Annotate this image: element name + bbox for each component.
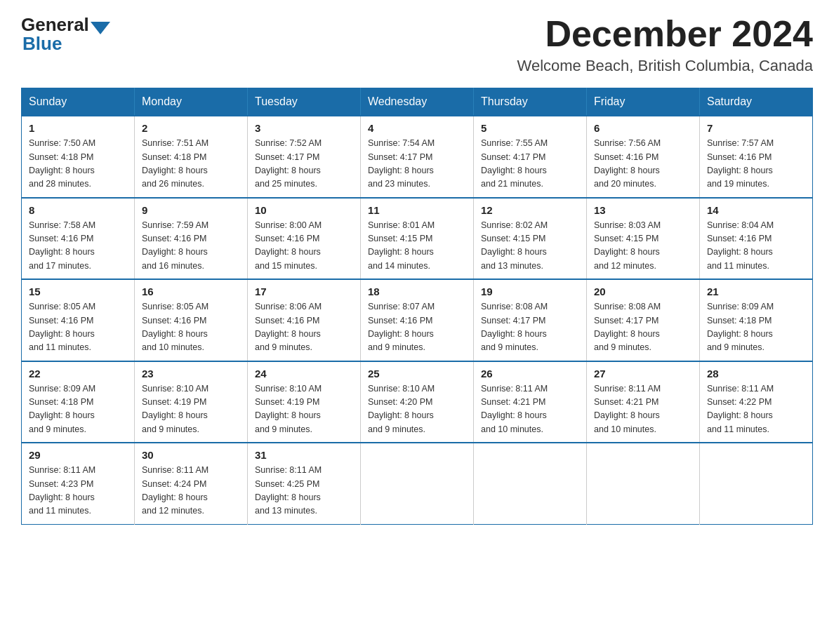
calendar-cell: 23Sunrise: 8:10 AM Sunset: 4:19 PM Dayli… [135, 361, 248, 443]
calendar-cell: 25Sunrise: 8:10 AM Sunset: 4:20 PM Dayli… [361, 361, 474, 443]
day-info: Sunrise: 8:05 AM Sunset: 4:16 PM Dayligh… [142, 300, 240, 355]
calendar-cell: 6Sunrise: 7:56 AM Sunset: 4:16 PM Daylig… [587, 116, 700, 198]
day-number: 19 [481, 286, 579, 297]
logo-blue-text: Blue [22, 33, 62, 54]
weekday-header-wednesday: Wednesday [361, 88, 474, 116]
day-info: Sunrise: 8:02 AM Sunset: 4:15 PM Dayligh… [481, 219, 579, 274]
calendar-cell: 27Sunrise: 8:11 AM Sunset: 4:21 PM Dayli… [587, 361, 700, 443]
calendar-cell: 11Sunrise: 8:01 AM Sunset: 4:15 PM Dayli… [361, 198, 474, 280]
day-info: Sunrise: 8:04 AM Sunset: 4:16 PM Dayligh… [707, 219, 805, 274]
calendar-cell: 31Sunrise: 8:11 AM Sunset: 4:25 PM Dayli… [248, 443, 361, 524]
day-info: Sunrise: 8:11 AM Sunset: 4:21 PM Dayligh… [594, 382, 692, 437]
calendar-week-row: 22Sunrise: 8:09 AM Sunset: 4:18 PM Dayli… [22, 361, 813, 443]
day-number: 12 [481, 204, 579, 216]
day-info: Sunrise: 8:09 AM Sunset: 4:18 PM Dayligh… [707, 300, 805, 355]
calendar-week-row: 15Sunrise: 8:05 AM Sunset: 4:16 PM Dayli… [22, 279, 813, 361]
day-number: 6 [594, 122, 692, 134]
calendar-cell: 15Sunrise: 8:05 AM Sunset: 4:16 PM Dayli… [22, 279, 135, 361]
day-number: 5 [481, 122, 579, 134]
day-number: 11 [368, 204, 466, 216]
calendar-cell: 5Sunrise: 7:55 AM Sunset: 4:17 PM Daylig… [474, 116, 587, 198]
calendar-cell: 3Sunrise: 7:52 AM Sunset: 4:17 PM Daylig… [248, 116, 361, 198]
day-info: Sunrise: 8:00 AM Sunset: 4:16 PM Dayligh… [255, 219, 353, 274]
day-number: 29 [29, 449, 127, 461]
day-number: 25 [368, 368, 466, 380]
calendar-cell: 29Sunrise: 8:11 AM Sunset: 4:23 PM Dayli… [22, 443, 135, 524]
day-number: 21 [707, 286, 805, 297]
calendar-cell: 28Sunrise: 8:11 AM Sunset: 4:22 PM Dayli… [700, 361, 813, 443]
calendar-week-row: 8Sunrise: 7:58 AM Sunset: 4:16 PM Daylig… [22, 198, 813, 280]
logo: General Blue [21, 14, 112, 55]
day-number: 28 [707, 368, 805, 380]
day-number: 26 [481, 368, 579, 380]
day-info: Sunrise: 7:54 AM Sunset: 4:17 PM Dayligh… [368, 137, 466, 192]
day-info: Sunrise: 7:59 AM Sunset: 4:16 PM Dayligh… [142, 219, 240, 274]
day-info: Sunrise: 8:10 AM Sunset: 4:19 PM Dayligh… [255, 382, 353, 437]
calendar-header-row: SundayMondayTuesdayWednesdayThursdayFrid… [22, 88, 813, 116]
day-info: Sunrise: 8:06 AM Sunset: 4:16 PM Dayligh… [255, 300, 353, 355]
calendar-cell: 1Sunrise: 7:50 AM Sunset: 4:18 PM Daylig… [22, 116, 135, 198]
day-info: Sunrise: 8:03 AM Sunset: 4:15 PM Dayligh… [594, 219, 692, 274]
calendar-cell: 14Sunrise: 8:04 AM Sunset: 4:16 PM Dayli… [700, 198, 813, 280]
day-number: 8 [29, 204, 127, 216]
day-number: 10 [255, 204, 353, 216]
day-info: Sunrise: 8:10 AM Sunset: 4:19 PM Dayligh… [142, 382, 240, 437]
day-info: Sunrise: 8:11 AM Sunset: 4:24 PM Dayligh… [142, 464, 240, 518]
calendar-cell: 13Sunrise: 8:03 AM Sunset: 4:15 PM Dayli… [587, 198, 700, 280]
logo-triangle-icon [91, 22, 110, 34]
day-info: Sunrise: 8:07 AM Sunset: 4:16 PM Dayligh… [368, 300, 466, 355]
calendar-cell: 7Sunrise: 7:57 AM Sunset: 4:16 PM Daylig… [700, 116, 813, 198]
calendar-cell: 19Sunrise: 8:08 AM Sunset: 4:17 PM Dayli… [474, 279, 587, 361]
day-info: Sunrise: 8:11 AM Sunset: 4:23 PM Dayligh… [29, 464, 127, 518]
day-info: Sunrise: 7:58 AM Sunset: 4:16 PM Dayligh… [29, 219, 127, 274]
day-info: Sunrise: 8:01 AM Sunset: 4:15 PM Dayligh… [368, 219, 466, 274]
day-number: 1 [29, 122, 127, 134]
calendar-cell [587, 443, 700, 524]
calendar-cell: 24Sunrise: 8:10 AM Sunset: 4:19 PM Dayli… [248, 361, 361, 443]
day-info: Sunrise: 8:10 AM Sunset: 4:20 PM Dayligh… [368, 382, 466, 437]
weekday-header-saturday: Saturday [700, 88, 813, 116]
day-info: Sunrise: 8:08 AM Sunset: 4:17 PM Dayligh… [481, 300, 579, 355]
day-info: Sunrise: 8:08 AM Sunset: 4:17 PM Dayligh… [594, 300, 692, 355]
day-info: Sunrise: 7:56 AM Sunset: 4:16 PM Dayligh… [594, 137, 692, 192]
calendar-cell [700, 443, 813, 524]
day-info: Sunrise: 7:55 AM Sunset: 4:17 PM Dayligh… [481, 137, 579, 192]
day-info: Sunrise: 7:52 AM Sunset: 4:17 PM Dayligh… [255, 137, 353, 192]
day-number: 3 [255, 122, 353, 134]
day-number: 4 [368, 122, 466, 134]
day-number: 27 [594, 368, 692, 380]
day-info: Sunrise: 7:51 AM Sunset: 4:18 PM Dayligh… [142, 137, 240, 192]
weekday-header-thursday: Thursday [474, 88, 587, 116]
day-number: 2 [142, 122, 240, 134]
calendar-cell: 9Sunrise: 7:59 AM Sunset: 4:16 PM Daylig… [135, 198, 248, 280]
calendar-cell: 17Sunrise: 8:06 AM Sunset: 4:16 PM Dayli… [248, 279, 361, 361]
location-title: Welcome Beach, British Columbia, Canada [517, 57, 813, 75]
page-header: General Blue December 2024 Welcome Beach… [21, 14, 813, 75]
calendar-cell: 30Sunrise: 8:11 AM Sunset: 4:24 PM Dayli… [135, 443, 248, 524]
day-number: 17 [255, 286, 353, 297]
day-number: 15 [29, 286, 127, 297]
day-number: 30 [142, 449, 240, 461]
calendar-cell: 20Sunrise: 8:08 AM Sunset: 4:17 PM Dayli… [587, 279, 700, 361]
calendar-cell: 16Sunrise: 8:05 AM Sunset: 4:16 PM Dayli… [135, 279, 248, 361]
weekday-header-monday: Monday [135, 88, 248, 116]
day-number: 22 [29, 368, 127, 380]
calendar-cell: 18Sunrise: 8:07 AM Sunset: 4:16 PM Dayli… [361, 279, 474, 361]
day-number: 23 [142, 368, 240, 380]
day-info: Sunrise: 7:57 AM Sunset: 4:16 PM Dayligh… [707, 137, 805, 192]
calendar-cell: 2Sunrise: 7:51 AM Sunset: 4:18 PM Daylig… [135, 116, 248, 198]
weekday-header-sunday: Sunday [22, 88, 135, 116]
calendar-cell: 22Sunrise: 8:09 AM Sunset: 4:18 PM Dayli… [22, 361, 135, 443]
day-info: Sunrise: 8:05 AM Sunset: 4:16 PM Dayligh… [29, 300, 127, 355]
day-info: Sunrise: 8:11 AM Sunset: 4:25 PM Dayligh… [255, 464, 353, 518]
weekday-header-tuesday: Tuesday [248, 88, 361, 116]
title-block: December 2024 Welcome Beach, British Col… [517, 14, 813, 75]
calendar-table: SundayMondayTuesdayWednesdayThursdayFrid… [21, 88, 813, 525]
day-number: 9 [142, 204, 240, 216]
day-number: 13 [594, 204, 692, 216]
day-info: Sunrise: 8:11 AM Sunset: 4:21 PM Dayligh… [481, 382, 579, 437]
calendar-cell: 21Sunrise: 8:09 AM Sunset: 4:18 PM Dayli… [700, 279, 813, 361]
day-info: Sunrise: 7:50 AM Sunset: 4:18 PM Dayligh… [29, 137, 127, 192]
calendar-cell: 4Sunrise: 7:54 AM Sunset: 4:17 PM Daylig… [361, 116, 474, 198]
calendar-cell [474, 443, 587, 524]
